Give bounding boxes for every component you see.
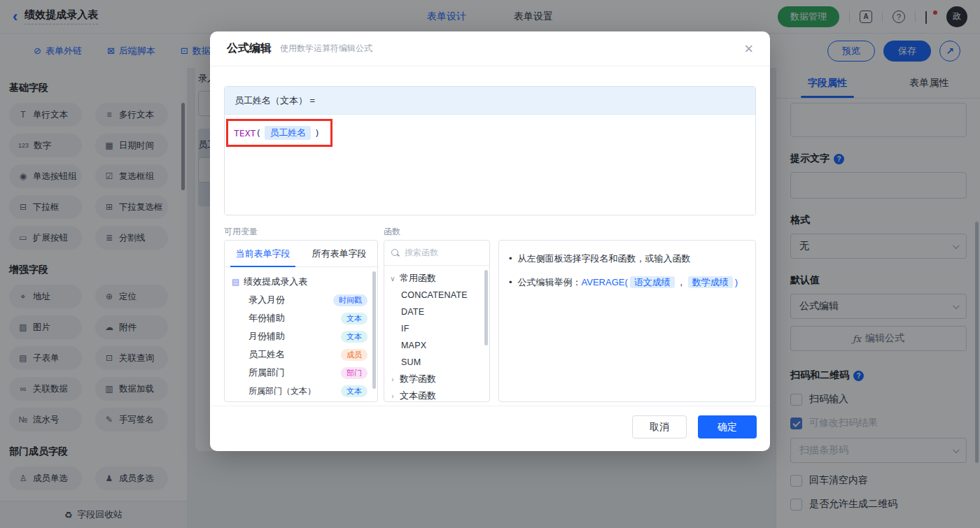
group-text-functions[interactable]: › 文本函数 (384, 387, 489, 402)
tip-close-paren: ) (735, 277, 738, 287)
tree-root-form[interactable]: ▤ 绩效提成录入表 (232, 273, 377, 291)
chevron-right-icon: › (390, 376, 396, 383)
tab-current-form-fields[interactable]: 当前表单字段 (225, 241, 301, 266)
variables-tree: ▤ 绩效提成录入表 录入月份 时间戳 年份辅助 文本 月份辅助 文本 员工姓名 … (225, 267, 377, 400)
tip-line-2: • 公式编辑举例：AVERAGE(语文成绩，数学成绩) (509, 276, 746, 290)
function-item[interactable]: IF (384, 320, 489, 337)
functions-scrollbar[interactable] (484, 270, 488, 345)
functions-tree: ∨ 常用函数 CONCATENATE DATE IF MAPX SUM › 数学… (384, 266, 489, 402)
formula-edit-modal: 公式编辑 使用数学运算符编辑公式 × 员工姓名（文本） = TEXT ( 员工姓… (210, 31, 770, 451)
variable-name: 员工姓名 (248, 348, 341, 361)
variables-label: 可用变量 (224, 226, 258, 238)
document-icon: ▤ (232, 277, 239, 287)
modal-title: 公式编辑 (227, 41, 272, 56)
type-badge: 文本 (341, 313, 368, 324)
tip-line-1: • 从左侧面板选择字段名和函数，或输入函数 (509, 252, 746, 266)
modal-header: 公式编辑 使用数学运算符编辑公式 × (210, 31, 770, 66)
tip-field-chip: 数学成绩 (688, 276, 733, 288)
search-placeholder: 搜索函数 (405, 247, 438, 259)
variable-row[interactable]: 月份辅助 文本 (232, 327, 377, 345)
tip-comma: ， (677, 277, 686, 287)
type-badge: 文本 (341, 331, 368, 343)
function-item[interactable]: DATE (384, 304, 489, 320)
modal-subtitle: 使用数学运算符编辑公式 (280, 43, 372, 55)
type-badge: 文本 (341, 385, 368, 397)
function-search[interactable]: 搜索函数 (384, 241, 489, 266)
bullet-icon: • (509, 276, 512, 290)
variables-tabs: 当前表单字段 所有表单字段 (225, 241, 377, 267)
variable-name: 录入月份 (248, 294, 333, 306)
chevron-down-icon: ∨ (390, 275, 396, 283)
function-name: TEXT (234, 128, 255, 138)
field-token-chip[interactable]: 员工姓名 (265, 126, 311, 140)
formula-editor: 员工姓名（文本） = TEXT ( 员工姓名 ) (224, 86, 756, 215)
variable-name: 年份辅助 (248, 312, 341, 324)
group-label: 文本函数 (400, 390, 436, 402)
tips-panel: • 从左侧面板选择字段名和函数，或输入函数 • 公式编辑举例：AVERAGE(语… (498, 240, 756, 402)
functions-label: 函数 (384, 226, 400, 238)
confirm-button[interactable]: 确定 (698, 415, 757, 438)
variable-row[interactable]: 年份辅助 文本 (232, 309, 377, 327)
variable-name: 所属部门（文本） (248, 385, 341, 397)
close-paren: ) (314, 128, 320, 138)
formula-target: 员工姓名（文本） = (225, 87, 755, 115)
formula-input-area[interactable]: TEXT ( 员工姓名 ) (225, 115, 755, 215)
variable-name: 月份辅助 (248, 330, 341, 343)
variable-row[interactable]: 录入月份 时间戳 (232, 291, 377, 309)
tip-example-prefix: 公式编辑举例： (518, 277, 582, 287)
variables-panel: 当前表单字段 所有表单字段 ▤ 绩效提成录入表 录入月份 时间戳 年份辅助 文本… (224, 240, 378, 402)
group-label: 数学函数 (400, 373, 436, 385)
tree-root-label: 绩效提成录入表 (244, 276, 307, 288)
function-item[interactable]: MAPX (384, 337, 489, 354)
bullet-icon: • (509, 252, 512, 266)
tip-field-chip: 语文成绩 (630, 276, 675, 288)
tab-all-form-fields[interactable]: 所有表单字段 (301, 241, 377, 266)
variable-row[interactable]: 所属部门（文本） 文本 (232, 382, 377, 400)
tip-text: 从左侧面板选择字段名和函数，或输入函数 (518, 252, 691, 266)
close-icon[interactable]: × (744, 41, 753, 57)
variables-scrollbar[interactable] (372, 271, 376, 389)
function-item[interactable]: CONCATENATE (384, 287, 489, 304)
variable-row[interactable]: 所属部门 部门 (232, 364, 377, 382)
modal-footer: 取消 确定 (210, 406, 770, 451)
function-item[interactable]: SUM (384, 354, 489, 371)
open-paren: ( (255, 128, 261, 138)
group-math-functions[interactable]: › 数学函数 (384, 371, 489, 387)
group-common-functions[interactable]: ∨ 常用函数 (384, 270, 489, 287)
chevron-right-icon: › (390, 392, 396, 400)
functions-panel: 搜索函数 ∨ 常用函数 CONCATENATE DATE IF MAPX SUM… (384, 240, 490, 402)
type-badge: 部门 (341, 367, 368, 379)
search-icon (391, 249, 400, 257)
tip-function-name: AVERAGE( (582, 277, 628, 287)
cancel-button[interactable]: 取消 (632, 415, 687, 438)
type-badge: 时间戳 (333, 294, 368, 306)
tip-text: 公式编辑举例：AVERAGE(语文成绩，数学成绩) (518, 276, 738, 290)
type-badge: 成员 (341, 349, 368, 361)
formula-expression: TEXT ( 员工姓名 ) (234, 126, 320, 140)
variable-row[interactable]: 员工姓名 成员 (232, 345, 377, 364)
group-label: 常用函数 (400, 272, 436, 285)
variable-name: 所属部门 (248, 366, 341, 379)
